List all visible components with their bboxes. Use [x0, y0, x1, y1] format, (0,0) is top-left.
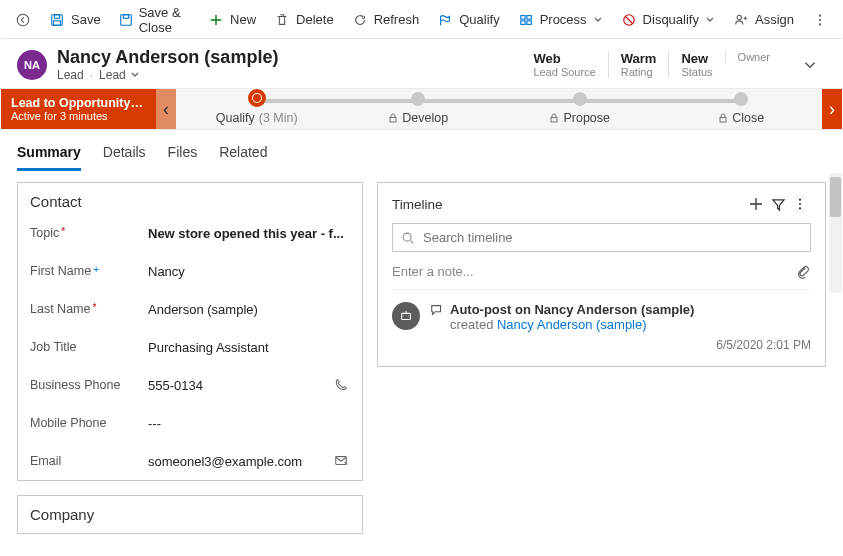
save-label: Save: [71, 12, 101, 27]
header-fields: Web Lead Source Warm Rating New Status O…: [521, 51, 782, 78]
svg-rect-9: [527, 20, 531, 24]
assign-button[interactable]: Assign: [725, 8, 802, 32]
new-label: New: [230, 12, 256, 27]
plus-icon: [208, 12, 224, 28]
refresh-button[interactable]: Refresh: [344, 8, 428, 32]
tab-related[interactable]: Related: [219, 140, 267, 171]
timeline-search-input[interactable]: [421, 229, 802, 246]
svg-point-14: [819, 23, 821, 25]
svg-point-21: [799, 207, 801, 209]
header-status[interactable]: New Status: [668, 51, 724, 78]
post-type-icon: [430, 303, 444, 317]
save-close-button[interactable]: Save & Close: [111, 1, 198, 39]
stage-node-active: [248, 89, 266, 107]
process-prev-button[interactable]: [156, 89, 176, 129]
timeline-filter-button[interactable]: [767, 193, 789, 215]
timeline-add-button[interactable]: [745, 193, 767, 215]
company-section-title: Company: [18, 496, 362, 527]
form-selector[interactable]: Lead: [99, 68, 140, 82]
tab-details[interactable]: Details: [103, 140, 146, 171]
contact-section: Contact Topic* New store opened this yea…: [17, 182, 363, 481]
stage-close[interactable]: Close: [661, 89, 823, 129]
entity-name: Lead: [57, 68, 84, 82]
process-button[interactable]: Process: [510, 8, 611, 32]
svg-rect-8: [520, 20, 524, 24]
disqualify-icon: [621, 12, 637, 28]
email-icon[interactable]: [332, 452, 350, 470]
timeline-note-row[interactable]: Enter a note...: [392, 260, 811, 290]
process-next-button[interactable]: [822, 89, 842, 129]
refresh-icon: [352, 12, 368, 28]
phone-icon[interactable]: [332, 376, 350, 394]
business-process-flow: Lead to Opportunity Sale... Active for 3…: [1, 88, 842, 130]
timeline-card: Timeline: [377, 182, 826, 367]
command-bar: Save Save & Close New Delete Refresh: [1, 1, 842, 39]
overflow-button[interactable]: [804, 8, 836, 32]
process-flag[interactable]: Lead to Opportunity Sale... Active for 3…: [1, 89, 156, 129]
svg-point-11: [737, 15, 741, 19]
timeline-more-button[interactable]: [789, 193, 811, 215]
svg-point-20: [799, 203, 801, 205]
svg-rect-5: [123, 14, 128, 18]
svg-rect-7: [527, 15, 531, 19]
tab-files[interactable]: Files: [168, 140, 198, 171]
svg-point-12: [819, 14, 821, 16]
save-icon: [49, 12, 65, 28]
svg-point-0: [17, 14, 28, 25]
field-email[interactable]: Email someonel3@example.com: [18, 442, 362, 480]
field-topic[interactable]: Topic* New store opened this year - f...: [18, 214, 362, 252]
field-job-title[interactable]: Job Title Purchasing Assistant: [18, 328, 362, 366]
field-first-name[interactable]: First Name+ Nancy: [18, 252, 362, 290]
svg-rect-17: [720, 118, 726, 123]
delete-label: Delete: [296, 12, 334, 27]
stage-node: [573, 92, 587, 106]
header-owner[interactable]: Owner: [725, 51, 782, 63]
svg-rect-6: [520, 15, 524, 19]
svg-point-22: [403, 233, 411, 241]
recommended-indicator: +: [93, 264, 99, 275]
post-record-link[interactable]: Nancy Anderson (sample): [497, 317, 647, 332]
trash-icon: [274, 12, 290, 28]
more-vertical-icon: [812, 12, 828, 28]
save-close-label: Save & Close: [139, 5, 190, 35]
field-mobile-phone[interactable]: Mobile Phone ---: [18, 404, 362, 442]
header-rating[interactable]: Warm Rating: [608, 51, 669, 78]
new-button[interactable]: New: [200, 8, 264, 32]
header-lead-source[interactable]: Web Lead Source: [521, 51, 607, 78]
save-close-icon: [119, 12, 133, 28]
header-expand-button[interactable]: [782, 57, 830, 73]
required-indicator: *: [92, 302, 96, 313]
timeline-title: Timeline: [392, 197, 443, 212]
process-icon: [518, 12, 534, 28]
field-last-name[interactable]: Last Name* Anderson (sample): [18, 290, 362, 328]
record-title: Nancy Anderson (sample): [57, 47, 278, 68]
timeline-post[interactable]: Auto-post on Nancy Anderson (sample) cre…: [392, 290, 811, 356]
save-button[interactable]: Save: [41, 8, 109, 32]
attachment-icon[interactable]: [796, 264, 811, 279]
form-tabs: Summary Details Files Related: [1, 130, 842, 172]
svg-point-19: [799, 199, 801, 201]
stage-propose[interactable]: Propose: [499, 89, 661, 129]
chevron-left-circle-icon: [15, 12, 31, 28]
timeline-search[interactable]: [392, 223, 811, 252]
qualify-button[interactable]: Qualify: [429, 8, 507, 32]
svg-rect-3: [54, 20, 61, 24]
delete-button[interactable]: Delete: [266, 8, 342, 32]
stage-qualify[interactable]: Qualify (3 Min): [176, 89, 338, 129]
scrollbar-thumb[interactable]: [830, 177, 841, 217]
vertical-scrollbar[interactable]: [829, 173, 842, 293]
chevron-down-icon: [705, 15, 715, 25]
back-button[interactable]: [7, 8, 39, 32]
disqualify-button[interactable]: Disqualify: [613, 8, 723, 32]
stage-develop[interactable]: Develop: [338, 89, 500, 129]
post-timestamp: 6/5/2020 2:01 PM: [430, 338, 811, 352]
field-business-phone[interactable]: Business Phone 555-0134: [18, 366, 362, 404]
assign-label: Assign: [755, 12, 794, 27]
refresh-label: Refresh: [374, 12, 420, 27]
chevron-down-icon: [593, 15, 603, 25]
tab-summary[interactable]: Summary: [17, 140, 81, 171]
breadcrumb: Lead · Lead: [57, 68, 278, 82]
note-placeholder: Enter a note...: [392, 264, 474, 279]
bot-avatar-icon: [392, 302, 420, 330]
post-title: Auto-post on Nancy Anderson (sample): [450, 302, 694, 317]
